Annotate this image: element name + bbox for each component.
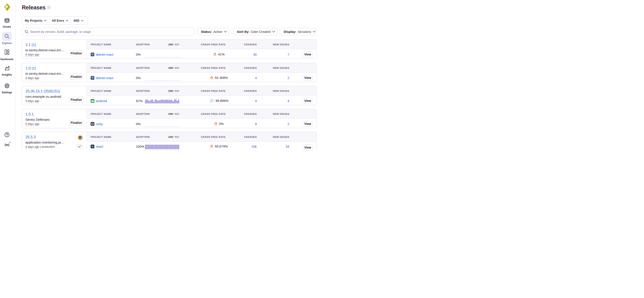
svg-text:MAUI: MAUI [92, 55, 94, 56]
svg-text:.NET: .NET [91, 54, 94, 55]
svg-text:MAUI: MAUI [92, 78, 94, 79]
svg-text:.NET: .NET [91, 77, 94, 78]
